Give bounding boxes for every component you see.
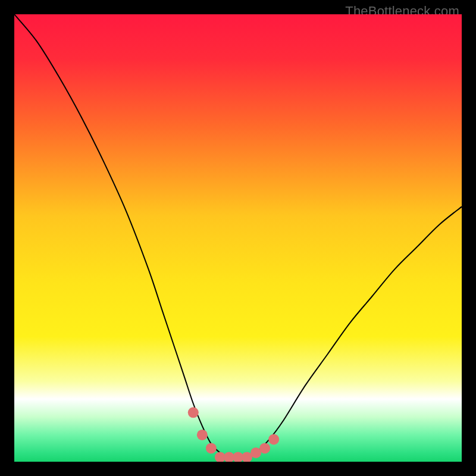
highlight-point bbox=[197, 430, 208, 440]
highlight-point bbox=[259, 443, 270, 453]
highlight-point bbox=[188, 407, 199, 418]
plot-background bbox=[14, 14, 462, 462]
highlight-point bbox=[206, 443, 217, 453]
chart-stage: TheBottleneck.com bbox=[0, 0, 476, 476]
highlight-point bbox=[268, 434, 279, 444]
plot-area bbox=[14, 14, 462, 462]
